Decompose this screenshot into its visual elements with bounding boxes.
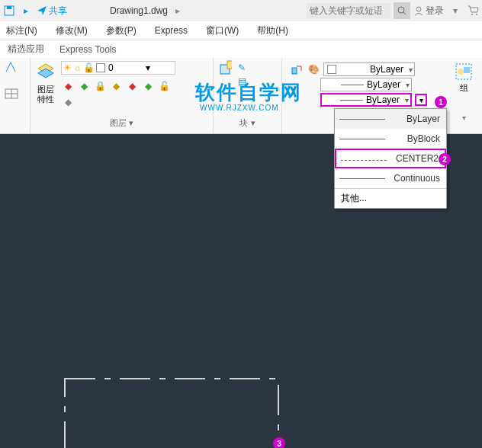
rectangle-shape[interactable] — [64, 378, 279, 448]
user-icon — [413, 5, 424, 16]
ribbon-group-layers: 图层 特性 ☀ ☼ 🔓 0 ▾ ◆ ◆ 🔒 ◆ ◆ ◆ — [31, 58, 214, 133]
menu-help[interactable]: 帮助(H) — [257, 24, 288, 37]
search-icon — [397, 6, 406, 15]
color-swatch — [96, 63, 105, 72]
svg-point-4 — [416, 7, 421, 11]
watermark-url: WWW.RJZXW.COM — [200, 104, 279, 112]
svg-point-2 — [398, 7, 404, 13]
ribbon-group-draw — [0, 58, 31, 133]
group-label: 组 — [451, 82, 476, 94]
marker-1: 1 — [435, 96, 447, 108]
line-tool-icon[interactable] — [5, 61, 18, 75]
cart-icon[interactable] — [467, 4, 479, 18]
svg-point-6 — [476, 14, 477, 15]
svg-rect-15 — [464, 67, 470, 73]
share-label: 共享 — [49, 5, 67, 18]
layer-props-label: 图层 特性 — [35, 85, 56, 104]
linetype-item-continuous[interactable]: Continuous — [335, 168, 446, 188]
search-button[interactable] — [394, 2, 410, 19]
layer-combo[interactable]: ☀ ☼ 🔓 0 ▾ — [61, 61, 175, 75]
layer-lock-icon[interactable]: 🔒 — [93, 79, 107, 93]
lock-icon: 🔓 — [83, 62, 95, 73]
layer-tools: ◆ ◆ 🔒 ◆ ◆ ◆ 🔓 ◆ — [61, 79, 175, 109]
share-icon — [37, 5, 47, 16]
menu-annotate[interactable]: 标注(N) — [6, 24, 37, 37]
svg-point-5 — [471, 14, 473, 15]
tab-express-tools[interactable]: Express Tools — [52, 41, 124, 58]
table-tool-icon[interactable] — [5, 87, 18, 101]
svg-point-14 — [458, 69, 464, 75]
layer-off-icon[interactable]: ◆ — [125, 79, 139, 93]
linetype-combo[interactable]: ByLayer — [320, 93, 412, 107]
menu-express[interactable]: Express — [155, 25, 188, 36]
dropdown-icon[interactable]: ▾ — [453, 5, 458, 16]
layer-freeze-icon[interactable]: ◆ — [77, 79, 91, 93]
search-input[interactable] — [307, 3, 390, 18]
layer-properties-icon[interactable] — [35, 61, 56, 82]
layer-iso-icon[interactable]: ◆ — [61, 79, 75, 93]
linetype-item-bylayer[interactable]: ByLayer — [335, 109, 446, 129]
layer-match-icon[interactable]: ◆ — [109, 79, 123, 93]
svg-rect-16 — [65, 379, 278, 448]
insert-block-icon[interactable] — [218, 61, 232, 75]
layer-unlock-icon[interactable]: 🔓 — [157, 79, 171, 93]
layer-value: 0 — [108, 62, 114, 73]
watermark-text: 软件自学网 — [195, 79, 302, 106]
svg-line-3 — [403, 12, 406, 14]
color-combo[interactable]: ByLayer — [323, 62, 415, 76]
document-name: Drawing1.dwg — [110, 5, 168, 16]
group-expand-icon[interactable]: ▾ — [451, 114, 476, 122]
edit-block-icon[interactable]: ✎ — [235, 61, 249, 75]
doc-arrow-icon[interactable]: ▸ — [175, 5, 180, 16]
linetype-other[interactable]: 其他... — [335, 188, 446, 208]
light-icon: ☀ — [63, 62, 72, 73]
match-props-icon[interactable] — [290, 62, 304, 76]
layer-prev-icon[interactable]: ◆ — [61, 95, 75, 109]
login-button[interactable]: 登录 — [413, 5, 444, 18]
ribbon-group-properties: 🎨 ByLayer ByLayer ByLayer ▾ — [287, 58, 447, 111]
ribbon-group-group: 组 ▾ — [448, 58, 479, 125]
svg-rect-1 — [7, 6, 11, 9]
save-icon[interactable] — [3, 5, 15, 17]
svg-rect-12 — [292, 68, 297, 74]
tab-bar: 精选应用 Express Tools — [0, 40, 482, 58]
linetype-item-center2[interactable]: CENTER2 2 — [335, 149, 446, 168]
menu-bar: 标注(N) 修改(M) 参数(P) Express 窗口(W) 帮助(H) — [0, 21, 482, 40]
combo-arrow-icon: ▾ — [146, 62, 150, 73]
linetype-menu: ByLayer ByBlock CENTER2 2 Continuous 其他.… — [334, 108, 447, 209]
sun-icon: ☼ — [73, 62, 82, 73]
menu-modify[interactable]: 修改(M) — [56, 24, 88, 37]
layer-on-icon[interactable]: ◆ — [141, 79, 155, 93]
share-button[interactable]: 共享 — [37, 5, 67, 18]
menu-window[interactable]: 窗口(W) — [206, 24, 239, 37]
svg-rect-11 — [227, 61, 232, 69]
title-bar: ▸ 共享 Drawing1.dwg ▸ 登录 ▾ — [0, 0, 482, 21]
tab-featured[interactable]: 精选应用 — [0, 40, 52, 59]
linetype-item-byblock[interactable]: ByBlock — [335, 129, 446, 149]
block-group-label[interactable]: 块 ▾ — [218, 117, 277, 130]
marker-3: 3 — [273, 437, 285, 448]
marker-2: 2 — [439, 153, 451, 165]
color-wheel-icon[interactable]: 🎨 — [307, 62, 320, 76]
arrow-icon[interactable]: ▸ — [20, 5, 32, 17]
group-icon[interactable] — [453, 61, 474, 82]
menu-params[interactable]: 参数(P) — [106, 24, 137, 37]
linetype-dropdown-arrow[interactable]: ▾ — [415, 94, 427, 106]
lineweight-combo[interactable]: ByLayer — [320, 78, 412, 91]
layers-group-label[interactable]: 图层 ▾ — [35, 117, 208, 130]
login-label: 登录 — [426, 5, 444, 18]
